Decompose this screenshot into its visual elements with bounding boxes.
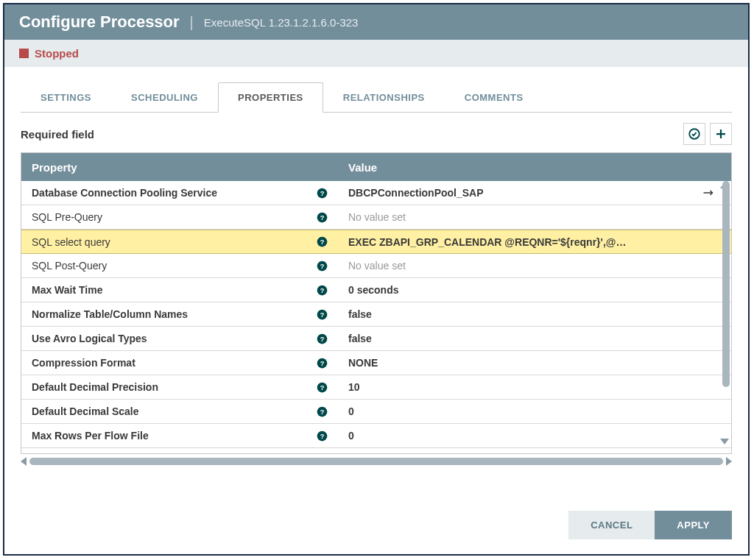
tabs-container: SETTINGSSCHEDULINGPROPERTIESRELATIONSHIP…: [4, 67, 748, 113]
help-icon[interactable]: ?: [317, 406, 328, 417]
property-cell: Normalize Table/Column Names?: [21, 308, 338, 320]
horizontal-scrollbar-thumb[interactable]: [29, 458, 723, 465]
table-row[interactable]: Use Avro Logical Types?false: [21, 327, 731, 351]
table-row[interactable]: Normalize Table/Column Names?false: [21, 302, 731, 327]
property-cell: SQL Pre-Query?: [21, 211, 338, 223]
tab-properties[interactable]: PROPERTIES: [218, 82, 323, 113]
table-row[interactable]: Output Batch Size?0: [21, 448, 731, 453]
table-row[interactable]: Max Wait Time?0 seconds: [21, 278, 731, 302]
value-cell[interactable]: EXEC ZBAPI_GRP_CALENDAR @REQNR='${reqnr}…: [338, 236, 687, 248]
table-row[interactable]: Compression Format?NONE: [21, 351, 731, 375]
tab-comments[interactable]: COMMENTS: [445, 82, 543, 113]
processor-type-version: ExecuteSQL 1.23.1.2.1.6.0-323: [204, 16, 359, 29]
add-property-button[interactable]: [710, 123, 732, 145]
table-row[interactable]: SQL Pre-Query?No value set: [21, 205, 731, 230]
property-name: SQL Post-Query: [32, 260, 317, 272]
property-name: Compression Format: [32, 357, 317, 369]
property-name: SQL select query: [32, 236, 317, 248]
scroll-left-arrow[interactable]: [21, 457, 27, 466]
help-icon[interactable]: ?: [317, 260, 328, 272]
svg-text:?: ?: [320, 189, 325, 196]
help-icon[interactable]: ?: [317, 382, 328, 393]
property-cell: Database Connection Pooling Service?: [21, 187, 338, 199]
table-row[interactable]: Default Decimal Precision?10: [21, 375, 731, 400]
tab-relationships[interactable]: RELATIONSHIPS: [323, 82, 445, 113]
svg-text:?: ?: [320, 408, 325, 415]
table-row[interactable]: SQL select query?EXEC ZBAPI_GRP_CALENDAR…: [21, 230, 731, 254]
property-name: Database Connection Pooling Service: [32, 187, 317, 199]
dialog-title: Configure Processor: [19, 13, 180, 32]
property-cell: Compression Format?: [21, 357, 338, 369]
status-label: Stopped: [35, 47, 79, 60]
help-icon[interactable]: ?: [317, 333, 328, 344]
property-cell: Use Avro Logical Types?: [21, 333, 338, 344]
svg-text:?: ?: [320, 213, 325, 221]
value-cell[interactable]: No value set: [338, 211, 687, 223]
value-cell[interactable]: DBCPConnectionPool_SAP: [338, 187, 687, 199]
status-bar: Stopped: [4, 40, 748, 67]
scroll-down-arrow[interactable]: [720, 439, 729, 444]
table-row[interactable]: Max Rows Per Flow File?0: [21, 424, 731, 448]
value-cell[interactable]: 0 seconds: [338, 284, 687, 296]
stopped-icon: [19, 49, 29, 58]
svg-text:?: ?: [320, 359, 325, 366]
value-cell[interactable]: 0: [338, 405, 687, 417]
property-name: Normalize Table/Column Names: [32, 308, 317, 320]
column-header-value: Value: [338, 161, 731, 174]
help-icon[interactable]: ?: [317, 188, 328, 199]
svg-text:?: ?: [320, 311, 325, 318]
cancel-button[interactable]: CANCEL: [568, 511, 655, 539]
value-cell[interactable]: No value set: [338, 260, 687, 272]
svg-text:?: ?: [320, 335, 325, 342]
dialog-header: Configure Processor | ExecuteSQL 1.23.1.…: [4, 4, 748, 40]
svg-text:?: ?: [320, 262, 325, 269]
svg-text:?: ?: [320, 432, 325, 439]
property-name: Default Decimal Precision: [32, 381, 317, 393]
table-body[interactable]: Database Connection Pooling Service?DBCP…: [21, 181, 731, 453]
property-name: Default Decimal Scale: [32, 405, 317, 417]
property-cell: Default Decimal Precision?: [21, 381, 338, 393]
property-cell: Max Rows Per Flow File?: [21, 430, 338, 442]
table-header-row: Property Value: [21, 153, 731, 181]
table-row[interactable]: Database Connection Pooling Service?DBCP…: [21, 181, 731, 205]
dialog-footer: CANCEL APPLY: [4, 499, 748, 554]
tab-settings[interactable]: SETTINGS: [21, 82, 111, 113]
help-icon[interactable]: ?: [317, 236, 328, 247]
help-icon[interactable]: ?: [317, 309, 328, 320]
check-circle-icon: [688, 127, 701, 141]
help-icon[interactable]: ?: [317, 430, 328, 442]
properties-table: Property Value Database Connection Pooli…: [21, 152, 732, 454]
value-cell[interactable]: 10: [338, 381, 687, 393]
apply-button[interactable]: APPLY: [655, 511, 732, 539]
table-row[interactable]: Default Decimal Scale?0: [21, 400, 731, 424]
svg-text:?: ?: [320, 238, 325, 246]
property-cell: SQL select query?: [21, 236, 338, 248]
table-row[interactable]: SQL Post-Query?No value set: [21, 254, 731, 278]
property-cell: Default Decimal Scale?: [21, 405, 338, 417]
property-cell: SQL Post-Query?: [21, 260, 338, 272]
property-cell: Max Wait Time?: [21, 284, 338, 296]
goto-arrow-icon[interactable]: [702, 188, 716, 197]
tabs: SETTINGSSCHEDULINGPROPERTIESRELATIONSHIP…: [21, 82, 732, 113]
svg-text:?: ?: [320, 383, 325, 391]
property-name: Max Wait Time: [32, 284, 317, 296]
column-header-property: Property: [21, 161, 338, 174]
svg-text:?: ?: [320, 286, 325, 294]
value-cell[interactable]: NONE: [338, 357, 687, 369]
value-cell[interactable]: false: [338, 333, 687, 344]
scroll-right-arrow[interactable]: [726, 457, 732, 466]
horizontal-scroll: [21, 457, 732, 466]
property-name: Max Rows Per Flow File: [32, 430, 317, 442]
plus-icon: [714, 127, 727, 141]
help-icon[interactable]: ?: [317, 285, 328, 296]
vertical-scrollbar-thumb[interactable]: [722, 181, 730, 387]
help-icon[interactable]: ?: [317, 212, 328, 223]
help-icon[interactable]: ?: [317, 358, 328, 369]
verify-properties-button[interactable]: [683, 123, 705, 145]
header-divider: |: [190, 14, 194, 31]
required-field-label: Required field: [21, 128, 94, 141]
controls-row: Required field: [4, 113, 748, 152]
value-cell[interactable]: false: [338, 308, 687, 320]
tab-scheduling[interactable]: SCHEDULING: [111, 82, 218, 113]
value-cell[interactable]: 0: [338, 430, 687, 442]
